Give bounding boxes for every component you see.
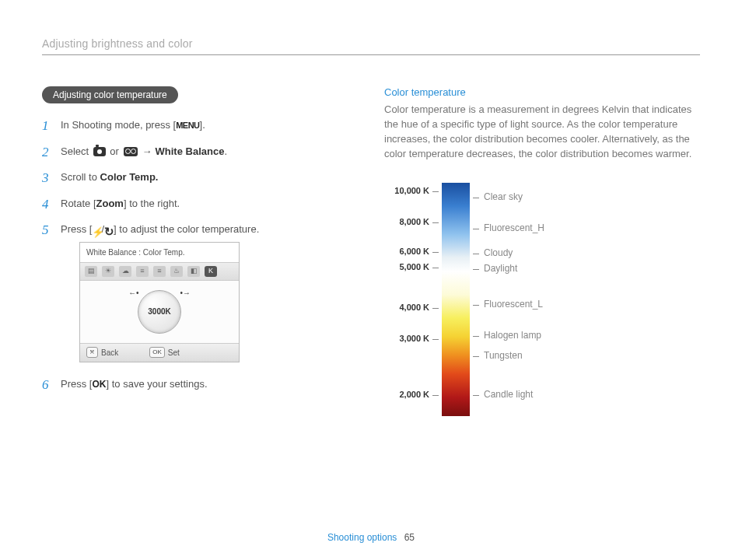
wb-icon-fluor: ≡ [136,266,149,277]
step5-text-b: ] to adjust the color temperature. [114,223,259,235]
kelvin-tick: 8,000 K [399,217,439,226]
dial-arrow-left: ←• [128,287,139,299]
camera-icon [93,147,106,156]
flash-icon [92,225,101,236]
back-button: ⤧ Back [86,347,118,359]
wb-icon-custom: ◧ [187,266,200,277]
preview-footer: ⤧ Back OK Set [80,343,239,362]
spectrum-diagram: 10,000 K8,000 K6,000 K5,000 K4,000 K3,00… [384,183,695,416]
step6-text-a: Press [ [61,378,92,390]
step2-text-b: . [224,145,227,157]
left-column: Adjusting color temperature In Shooting … [42,86,338,416]
step-1: In Shooting mode, press [MENU]. [42,117,338,133]
kelvin-tick: 6,000 K [399,247,439,256]
color-spectrum-bar [442,183,470,416]
light-source-label: Fluorescent_H [473,222,544,233]
kelvin-dial: 3000K [138,290,181,334]
right-paragraph: Color temperature is a measurement in de… [384,103,695,161]
wb-icon-tungsten: ♨ [170,266,183,277]
step3-text-a: Scroll to [61,171,100,183]
right-column: Color temperature Color temperature is a… [384,86,695,416]
zoom-label: Zoom [96,198,124,209]
preview-title: White Balance : Color Temp. [80,243,239,263]
light-source-label: Candle light [473,389,533,400]
wb-icon-cloud: ☁ [119,266,131,277]
step1-text-a: In Shooting mode, press [ [61,119,176,131]
wb-icon-fluor2: ≡ [153,266,166,277]
wb-icon-row: ▤ ☀ ☁ ≡ ≡ ♨ ◧ K [80,263,239,281]
dial-area: ←• 3000K •→ [80,281,239,343]
video-icon [124,147,138,156]
page-footer: Shooting options 65 [0,532,742,543]
kelvin-tick: 5,000 K [399,262,439,271]
light-source-label: Cloudy [473,247,513,258]
step5-text-a: Press [ [61,223,92,235]
kelvin-tick: 2,000 K [399,390,439,399]
menu-key: MENU [176,121,199,130]
kelvin-tick: 3,000 K [399,334,439,343]
color-temp-label: Color Temp. [100,171,159,183]
step-2: Select or →White Balance. [42,144,338,159]
footer-page: 65 [404,532,415,543]
step6-text-b: ] to save your settings. [106,378,207,390]
timer-icon [104,225,114,236]
page-header: Adjusting brightness and color [42,37,700,55]
right-heading: Color temperature [384,86,695,98]
white-balance-label: White Balance [156,145,225,157]
step-5: Press [/] to adjust the color temperatur… [42,222,338,362]
light-source-label: Tungsten [473,350,523,361]
ok-key: OK [92,379,106,390]
light-source-label: Clear sky [473,191,523,202]
section-pill: Adjusting color temperature [42,86,178,103]
footer-section: Shooting options [327,532,397,543]
step-6: Press [OK] to save your settings. [42,376,338,392]
dial-arrow-right: •→ [180,287,191,299]
steps-list: In Shooting mode, press [MENU]. Select o… [42,117,338,391]
set-label: Set [168,347,180,359]
light-source-label: Daylight [473,263,517,274]
kelvin-ticks: 10,000 K8,000 K6,000 K5,000 K4,000 K3,00… [384,183,439,416]
light-source-label: Halogen lamp [473,330,541,341]
wb-icon-sun: ☀ [102,266,114,277]
step-4: Rotate [Zoom] to the right. [42,196,338,212]
content-columns: Adjusting color temperature In Shooting … [42,86,700,416]
step4-text-b: ] to the right. [124,198,180,209]
back-key-icon: ⤧ [86,347,98,358]
step2-or: or [107,145,122,157]
wb-icon-auto: ▤ [85,266,97,277]
kelvin-tick: 4,000 K [399,303,439,312]
step4-text-a: Rotate [ [61,198,96,209]
kelvin-tick: 10,000 K [394,186,439,195]
light-source-label: Fluorescent_L [473,299,543,310]
step-3: Scroll to Color Temp. [42,170,338,185]
wb-icon-kelvin: K [205,266,217,277]
set-button: OK Set [149,347,180,359]
ok-key-icon: OK [149,347,165,358]
camera-preview: White Balance : Color Temp. ▤ ☀ ☁ ≡ ≡ ♨ … [79,242,240,362]
arrow-icon: → [142,145,152,157]
back-label: Back [101,347,118,359]
light-source-labels: Clear skyFluorescent_HCloudyDaylightFluo… [473,183,582,416]
step2-text-a: Select [61,145,92,157]
step1-text-b: ]. [200,119,205,131]
